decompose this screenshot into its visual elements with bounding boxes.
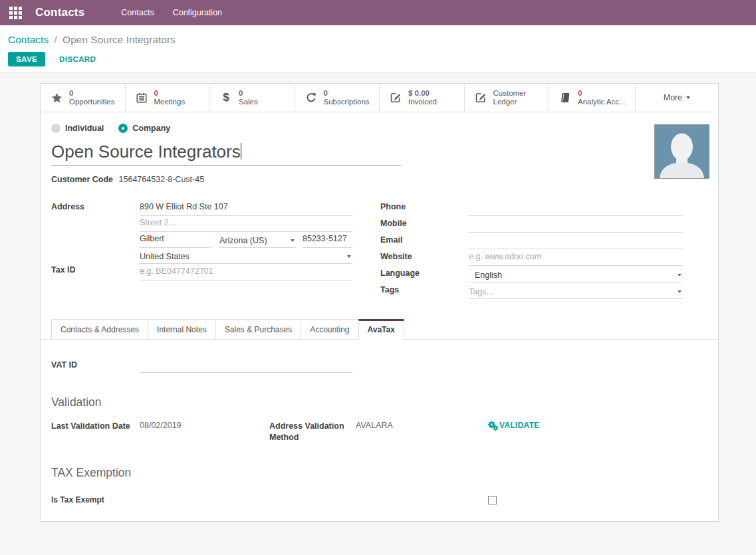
customer-code-row: Customer Code 1564764532-8-Cust-45 [51,175,683,184]
stat-button-subscriptions[interactable]: 0 Subscriptions [295,84,380,112]
email-input[interactable] [469,233,683,249]
stat-label: Subscriptions [324,98,370,107]
company-type-radio-group: Individual Company [51,124,683,133]
customer-code-label: Customer Code [51,175,113,184]
tab-accounting[interactable]: Accounting [301,319,358,340]
gears-icon [487,420,499,431]
control-panel: Contacts / Open Source Integrators SAVE … [0,25,756,73]
tab-list: Contacts & Addresses Internal Notes Sale… [41,319,718,340]
form-top: Individual Company Open Source Integrato… [41,112,718,300]
language-value: English [469,271,502,280]
validation-section-title: Validation [51,395,683,409]
breadcrumb-separator: / [54,34,57,45]
app-title[interactable]: Contacts [35,6,84,19]
company-avatar[interactable] [654,124,709,179]
state-select[interactable]: Arizona (US) [219,232,296,248]
radio-company[interactable]: Company [118,124,170,133]
radio-individual-dot [51,124,61,133]
tab-sales-purchases[interactable]: Sales & Purchases [215,319,301,340]
zip-input[interactable]: 85233-5127 [303,232,352,248]
book-icon [558,92,572,104]
tags-placeholder: Tags... [469,287,493,296]
email-label: Email [380,233,469,249]
tax-id-label: Tax ID [51,263,140,275]
contact-info-block: Phone Mobile Email Website e.g. www.odoo… [380,200,683,300]
tab-internal-notes[interactable]: Internal Notes [148,319,216,340]
stat-button-sales[interactable]: $ 0 Sales [210,84,295,112]
stat-label: Meetings [154,98,186,107]
tax-exempt-row: Is Tax Exempt [51,495,683,504]
save-button[interactable]: SAVE [8,52,45,66]
street2-input[interactable]: Street 2... [140,216,352,232]
tab-contacts-addresses[interactable]: Contacts & Addresses [51,319,148,340]
is-tax-exempt-checkbox[interactable] [488,496,497,504]
phone-label: Phone [380,200,469,216]
tags-label: Tags [380,283,469,299]
mobile-input[interactable] [469,217,683,233]
breadcrumb-current: Open Source Integrators [63,34,176,45]
chevron-down-icon [678,290,682,293]
stat-value: $ 0.00 [408,89,437,98]
city-input[interactable]: Gilbert [140,232,211,248]
chevron-down-icon [686,96,690,99]
breadcrumb-contacts-link[interactable]: Contacts [8,34,49,45]
phone-input[interactable] [469,200,683,216]
topmenu-contacts[interactable]: Contacts [121,8,154,17]
stat-button-opportunities[interactable]: 0 Opportunities [41,84,126,112]
content-background: 0 Opportunities 0 Meetings $ [0,73,756,555]
more-button[interactable]: More [636,84,718,112]
edit-icon [473,92,488,104]
radio-company-label: Company [132,124,170,133]
language-label: Language [380,267,469,282]
tags-input[interactable]: Tags... [469,283,683,299]
last-validation-date-value: 08/02/2019 [140,421,269,443]
last-validation-date-label: Last Validation Date [51,421,140,443]
stat-button-invoiced[interactable]: $ 0.00 Invoiced [380,84,465,112]
language-select[interactable]: English [469,267,683,282]
tab-avatax[interactable]: AvaTax [358,319,404,340]
control-panel-buttons: SAVE DISCARD [8,52,748,66]
stat-button-row: 0 Opportunities 0 Meetings $ [41,84,718,112]
vat-id-label: VAT ID [51,358,140,373]
website-label: Website [380,250,469,266]
website-input[interactable]: e.g. www.odoo.com [469,250,683,266]
address-validation-method-value: AVALARA [356,421,487,443]
topmenu-configuration[interactable]: Configuration [173,8,222,17]
discard-button[interactable]: DISCARD [55,55,100,64]
stat-label: Customer Ledger [493,89,540,107]
stat-label: Sales [239,98,258,107]
tax-id-input[interactable]: e.g. BE0477472701 [140,265,352,280]
chevron-down-icon [347,255,351,258]
stat-value: 0 [239,89,258,98]
stat-label: Analytic Acc... [578,98,626,107]
street-input[interactable]: 890 W Elliot Rd Ste 107 [140,200,352,216]
text-cursor [241,143,242,160]
validation-row: Last Validation Date 08/02/2019 Address … [51,421,683,443]
radio-individual[interactable]: Individual [51,124,104,133]
stat-value: 0 [69,89,114,98]
customer-code-value: 1564764532-8-Cust-45 [119,175,205,184]
is-tax-exempt-label: Is Tax Exempt [51,495,488,504]
stat-button-meetings[interactable]: 0 Meetings [126,84,211,112]
stat-label: Opportunities [69,98,114,107]
country-select[interactable]: United States [140,248,352,264]
validate-button[interactable]: VALIDATE [487,421,540,443]
star-icon [49,92,64,104]
mobile-label: Mobile [380,217,469,233]
validate-button-label: VALIDATE [499,421,540,430]
stat-value: 0 [154,89,186,98]
calendar-icon [134,92,149,104]
company-name-input[interactable]: Open Source Integrators [51,142,401,166]
stat-value: 0 [324,89,370,98]
vat-id-input[interactable] [140,358,352,373]
radio-individual-label: Individual [65,124,104,133]
top-navbar: Contacts Contacts Configuration [0,0,756,25]
dollar-icon: $ [219,91,233,104]
stat-button-customer-ledger[interactable]: Customer Ledger [465,84,550,112]
address-validation-method-label: Address Validation Method [269,421,356,443]
stat-button-analytic-accounts[interactable]: 0 Analytic Acc... [549,84,636,112]
more-button-label: More [664,93,682,102]
address-block: Address Tax ID 890 W Elliot Rd Ste 107 S… [51,200,380,300]
stat-label: Invoiced [408,98,437,107]
apps-menu-icon[interactable] [9,7,22,19]
